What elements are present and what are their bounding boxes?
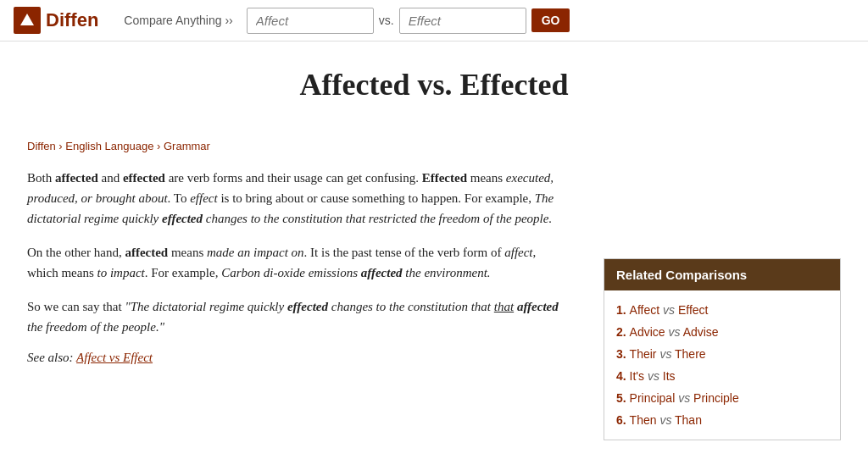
title-row: Affected vs. Effected xyxy=(10,67,858,102)
logo-icon xyxy=(14,7,41,34)
related-item: 5. Principal vs Principle xyxy=(616,387,828,409)
related-item: 4. It's vs Its xyxy=(616,365,828,387)
breadcrumb-english[interactable]: English Language xyxy=(65,140,153,152)
go-button[interactable]: GO xyxy=(531,8,570,32)
breadcrumb-diffen[interactable]: Diffen xyxy=(27,140,56,152)
see-also-link[interactable]: Affect vs Effect xyxy=(76,351,153,364)
logo-area[interactable]: Diffen xyxy=(14,7,98,34)
vs-label: vs. xyxy=(379,14,394,27)
breadcrumb-grammar[interactable]: Grammar xyxy=(164,140,210,152)
breadcrumb: Diffen › English Language › Grammar xyxy=(27,140,570,152)
header: Diffen Compare Anything ›› vs. GO xyxy=(0,0,868,41)
logo-text[interactable]: Diffen xyxy=(46,9,98,31)
page-title: Affected vs. Effected xyxy=(10,67,858,102)
related-list: 1. Affect vs Effect2. Advice vs Advise3.… xyxy=(604,290,840,440)
see-also-label: See also: xyxy=(27,351,74,364)
breadcrumb-sep2: › xyxy=(157,140,164,152)
related-item: 6. Then vs Than xyxy=(616,409,828,431)
paragraph-3: So we can say that "The dictatorial regi… xyxy=(27,296,570,337)
related-box: Related Comparisons 1. Affect vs Effect2… xyxy=(604,258,841,440)
compare-label: Compare Anything ›› xyxy=(124,14,232,27)
svg-marker-0 xyxy=(20,14,34,25)
search-input-1[interactable] xyxy=(247,8,374,34)
related-item: 2. Advice vs Advise xyxy=(616,321,828,343)
sidebar: Related Comparisons 1. Affect vs Effect2… xyxy=(604,258,841,440)
search-input-2[interactable] xyxy=(399,8,526,34)
main: Diffen › English Language › Grammar Both… xyxy=(10,123,858,459)
paragraph-1: Both affected and effected are verb form… xyxy=(27,168,570,229)
related-item: 3. Their vs There xyxy=(616,343,828,365)
see-also: See also: Affect vs Effect xyxy=(27,351,570,365)
content-area: Diffen › English Language › Grammar Both… xyxy=(27,140,604,440)
related-header: Related Comparisons xyxy=(604,259,840,290)
related-item: 1. Affect vs Effect xyxy=(616,299,828,321)
search-area: vs. GO xyxy=(247,8,570,34)
paragraph-2: On the other hand, affected means made a… xyxy=(27,242,570,283)
